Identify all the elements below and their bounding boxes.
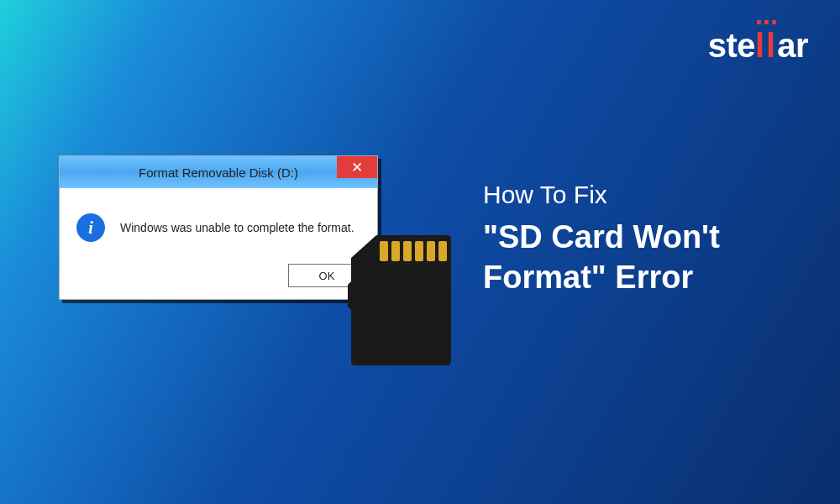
dialog-button-row: OK — [60, 264, 377, 299]
dialog-body: i Windows was unable to complete the for… — [60, 188, 377, 264]
dialog-message: Windows was unable to complete the forma… — [120, 221, 354, 234]
sd-card-illustration — [344, 231, 458, 370]
dialog-title: Format Removable Disk (D:) — [139, 165, 298, 180]
svg-rect-0 — [380, 241, 388, 261]
info-icon: i — [76, 213, 105, 242]
svg-rect-3 — [415, 241, 423, 261]
format-error-dialog: Format Removable Disk (D:) ✕ i Windows w… — [59, 155, 378, 300]
headline-intro: How To Fix — [483, 181, 819, 209]
svg-rect-1 — [391, 241, 400, 261]
brand-accent-dots — [734, 20, 776, 24]
article-headline: How To Fix "SD Card Won't Format" Error — [483, 181, 819, 297]
svg-rect-2 — [403, 241, 412, 261]
close-button[interactable]: ✕ — [337, 156, 377, 178]
close-icon: ✕ — [351, 159, 363, 176]
svg-rect-5 — [438, 241, 447, 261]
svg-rect-4 — [427, 241, 435, 261]
brand-logo: stellar — [708, 27, 808, 65]
dialog-titlebar: Format Removable Disk (D:) ✕ — [60, 156, 377, 188]
headline-main: "SD Card Won't Format" Error — [483, 218, 819, 297]
brand-text-3: ar — [777, 27, 808, 64]
brand-text-2: ll — [755, 27, 777, 65]
brand-text-1: ste — [708, 27, 755, 64]
